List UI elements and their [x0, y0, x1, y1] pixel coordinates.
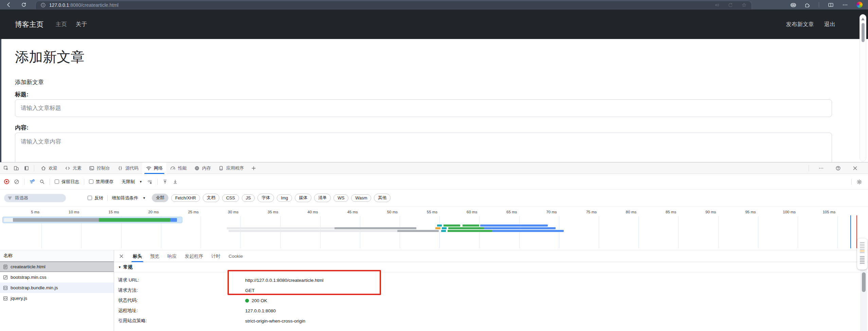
browser-essentials-icon[interactable] — [790, 2, 796, 7]
waterfall-bar-queue[interactable] — [227, 227, 334, 229]
more-menu-icon[interactable] — [842, 2, 848, 7]
network-conditions-icon[interactable] — [147, 179, 152, 184]
waterfall-bar-dns[interactable] — [435, 227, 440, 229]
devtools-tab-应用程序[interactable]: 应用程序 — [215, 162, 248, 174]
waterfall-bar-connect[interactable] — [441, 230, 446, 232]
favorites-star-icon[interactable] — [741, 2, 747, 8]
waterfall-bar-content[interactable] — [99, 218, 170, 222]
filter-pill-清单[interactable]: 清单 — [314, 194, 331, 202]
waterfall-bar-content[interactable] — [448, 230, 492, 232]
waterfall-bar-stalled[interactable] — [397, 230, 439, 232]
request-row-bootstrap.min.css[interactable]: bootstrap.min.css — [0, 272, 114, 283]
nav-link-new-post[interactable]: 发布新文章 — [786, 21, 814, 28]
scroll-up-arrow-icon[interactable] — [861, 18, 865, 20]
filter-pill-WS[interactable]: WS — [333, 194, 348, 202]
network-overview-timeline[interactable]: 5 ms10 ms15 ms20 ms25 ms30 ms35 ms40 ms4… — [0, 207, 868, 250]
filter-toggle-icon[interactable] — [29, 179, 35, 184]
address-bar[interactable]: 127.0.0.1:8080/createarticle.html — [35, 1, 752, 9]
nav-link-home[interactable]: 主页 — [56, 21, 67, 28]
filter-pill-文档[interactable]: 文档 — [203, 194, 219, 202]
filter-pill-Wasm[interactable]: Wasm — [351, 194, 371, 202]
request-row-createarticle.html[interactable]: createarticle.html — [0, 261, 114, 272]
preserve-log-checkbox[interactable] — [55, 179, 59, 184]
general-section-header[interactable]: ▼ 常规 — [114, 262, 868, 272]
filter-pill-CSS[interactable]: CSS — [222, 194, 239, 202]
help-icon[interactable] — [835, 166, 841, 171]
devtools-more-icon[interactable] — [818, 166, 824, 171]
waterfall-bar-download[interactable] — [484, 227, 556, 229]
details-tab-Cookie[interactable]: Cookie — [224, 250, 247, 262]
extensions-icon[interactable] — [804, 2, 810, 7]
details-tab-响应[interactable]: 响应 — [163, 250, 181, 262]
filter-pill-全部[interactable]: 全部 — [152, 194, 168, 202]
export-har-icon[interactable] — [162, 179, 168, 184]
filter-pill-媒体[interactable]: 媒体 — [295, 194, 311, 202]
collections-icon[interactable] — [728, 2, 733, 8]
back-icon[interactable] — [6, 2, 12, 7]
read-aloud-icon[interactable] — [714, 2, 720, 8]
request-row-jquery.js[interactable]: jquery.js — [0, 293, 114, 304]
filter-pill-JS[interactable]: JS — [242, 194, 255, 202]
more-filters-dropdown[interactable]: 增加筛选条件 ▼ — [112, 195, 146, 201]
waterfall-bar-queue[interactable] — [229, 230, 397, 232]
waterfall-bar-connect[interactable] — [442, 227, 447, 229]
inspect-element-icon[interactable] — [3, 166, 9, 171]
details-tab-标头[interactable]: 标头 — [129, 250, 146, 262]
devtools-tab-元素[interactable]: 元素 — [61, 162, 85, 174]
waterfall-bar-connect[interactable] — [437, 225, 442, 227]
filter-pill-字体[interactable]: 字体 — [257, 194, 274, 202]
request-list-name-header[interactable]: 名称 — [0, 250, 114, 261]
site-info-icon[interactable] — [40, 2, 46, 8]
close-details-icon[interactable] — [119, 254, 124, 259]
filter-pill-Img[interactable]: Img — [277, 194, 292, 202]
waterfall-bar-content[interactable] — [448, 227, 484, 229]
waterfall-bar-download[interactable] — [492, 230, 564, 232]
clear-network-log-icon[interactable] — [14, 179, 19, 184]
refresh-icon[interactable] — [21, 2, 26, 7]
devtools-tab-控制台[interactable]: 控制台 — [85, 162, 114, 174]
waterfall-bar-blocked[interactable] — [4, 218, 13, 222]
devtools-tab-内存[interactable]: 内存 — [191, 162, 215, 174]
split-screen-icon[interactable] — [828, 2, 833, 7]
record-network-log-button[interactable] — [4, 179, 9, 184]
filter-input[interactable]: 筛选器 — [4, 194, 66, 202]
content-textarea[interactable] — [15, 133, 832, 162]
disable-cache-checkbox[interactable] — [89, 179, 93, 184]
details-tab-预览[interactable]: 预览 — [146, 250, 163, 262]
devtools-tab-欢迎[interactable]: 欢迎 — [37, 162, 61, 174]
waterfall-bar-download[interactable] — [170, 218, 177, 222]
search-icon[interactable] — [39, 179, 45, 184]
waterfall-bar-waiting[interactable] — [13, 218, 99, 222]
scrollbar-thumb[interactable] — [862, 23, 865, 42]
device-toolbar-icon[interactable] — [14, 166, 19, 171]
import-har-icon[interactable] — [173, 179, 178, 184]
filter-pill-其他[interactable]: 其他 — [374, 194, 391, 202]
url-text[interactable]: 127.0.0.1:8080/createarticle.html — [49, 2, 119, 8]
request-row-bootstrap.bundle.min.js[interactable]: bootstrap.bundle.min.js — [0, 283, 114, 293]
devtools-tab-网络[interactable]: 网络 — [142, 162, 166, 174]
network-settings-gear-icon[interactable] — [856, 179, 862, 184]
details-tab-计时[interactable]: 计时 — [207, 250, 224, 262]
nav-link-logout[interactable]: 退出 — [824, 21, 835, 28]
waterfall-bar-content[interactable] — [444, 225, 460, 227]
devtools-tab-性能[interactable]: 性能 — [166, 162, 191, 174]
details-tab-发起程序[interactable]: 发起程序 — [181, 250, 207, 262]
filter-pill-Fetch/XHR[interactable]: Fetch/XHR — [171, 194, 200, 202]
page-scrollbar[interactable] — [860, 14, 866, 161]
details-scrollbar[interactable] — [860, 264, 867, 331]
devtools-tab-源代码[interactable]: 源代码 — [114, 162, 142, 174]
overlay-scroll-preview[interactable] — [857, 238, 867, 270]
scrollbar-thumb[interactable] — [862, 272, 866, 292]
copilot-icon[interactable] — [856, 2, 863, 8]
nav-link-about[interactable]: 关于 — [76, 21, 87, 28]
throttling-dropdown[interactable]: 无限制 ▼ — [122, 179, 142, 185]
close-devtools-icon[interactable] — [852, 166, 858, 171]
navbar-brand[interactable]: 博客主页 — [15, 20, 43, 29]
waterfall-bar-stalled[interactable] — [334, 227, 416, 229]
invert-filter-checkbox[interactable] — [88, 196, 92, 200]
waterfall-bar-content[interactable] — [463, 225, 479, 227]
title-input[interactable] — [15, 99, 832, 117]
waterfall-bar-download[interactable] — [480, 225, 548, 227]
layout-panel-icon[interactable] — [24, 166, 29, 171]
more-tabs-button[interactable] — [251, 166, 256, 171]
